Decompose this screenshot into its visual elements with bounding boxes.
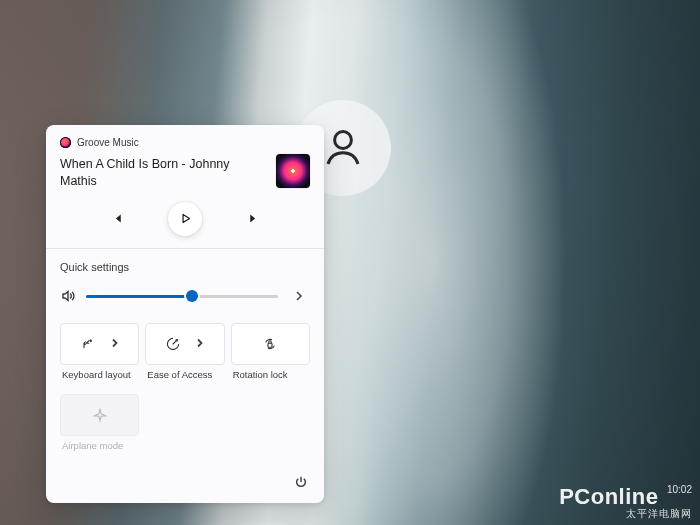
play-icon bbox=[179, 212, 192, 225]
power-button[interactable] bbox=[288, 469, 314, 495]
tile-rotation-lock[interactable] bbox=[231, 323, 310, 365]
volume-row bbox=[60, 285, 310, 307]
volume-thumb[interactable] bbox=[186, 290, 198, 302]
media-controls bbox=[60, 202, 310, 236]
media-track-title: When A Child Is Born - Johnny Mathis bbox=[60, 154, 268, 190]
quick-tile-labels-row2: Airplane mode bbox=[60, 440, 310, 451]
groove-music-icon bbox=[60, 137, 71, 148]
next-icon bbox=[247, 212, 260, 225]
tile-label-ease-of-access: Ease of Access bbox=[145, 369, 224, 380]
user-icon bbox=[319, 124, 367, 172]
speaker-icon[interactable] bbox=[60, 288, 76, 304]
volume-slider[interactable] bbox=[86, 289, 278, 303]
airplane-icon bbox=[92, 407, 108, 423]
keyboard-layout-icon bbox=[80, 336, 96, 352]
chevron-right-icon bbox=[195, 336, 205, 351]
tile-label-rotation-lock: Rotation lock bbox=[231, 369, 310, 380]
watermark-subtitle: 太平洋电脑网 bbox=[559, 509, 692, 520]
chevron-right-icon bbox=[110, 336, 120, 351]
album-art[interactable] bbox=[276, 154, 310, 188]
tile-label-keyboard-layout: Keyboard layout bbox=[60, 369, 139, 380]
chevron-right-icon bbox=[293, 290, 305, 302]
flyout-panel: Groove Music When A Child Is Born - John… bbox=[46, 125, 324, 503]
quick-tiles-row2 bbox=[60, 394, 310, 436]
svg-point-0 bbox=[335, 132, 352, 149]
tile-label-airplane-mode: Airplane mode bbox=[60, 440, 139, 451]
quick-settings-section: Quick settings bbox=[46, 248, 324, 463]
tile-airplane-mode[interactable] bbox=[60, 394, 139, 436]
power-icon bbox=[294, 475, 308, 489]
tile-keyboard-layout[interactable] bbox=[60, 323, 139, 365]
watermark-brand: PConline bbox=[559, 485, 658, 508]
media-header: Groove Music bbox=[60, 137, 310, 148]
quick-tile-labels-row1: Keyboard layout Ease of Access Rotation … bbox=[60, 369, 310, 380]
previous-icon bbox=[111, 212, 124, 225]
tile-ease-of-access[interactable] bbox=[145, 323, 224, 365]
quick-tiles-row1 bbox=[60, 323, 310, 365]
volume-expand-button[interactable] bbox=[288, 285, 310, 307]
svg-rect-1 bbox=[268, 343, 272, 347]
panel-footer bbox=[46, 463, 324, 503]
ease-of-access-icon bbox=[165, 336, 181, 352]
watermark: PConline 10:02 太平洋电脑网 bbox=[559, 485, 692, 519]
media-app-name: Groove Music bbox=[77, 137, 139, 148]
previous-track-button[interactable] bbox=[102, 204, 132, 234]
quick-settings-title: Quick settings bbox=[60, 261, 310, 273]
rotation-lock-icon bbox=[262, 336, 278, 352]
next-track-button[interactable] bbox=[238, 204, 268, 234]
volume-fill bbox=[86, 295, 192, 298]
play-button[interactable] bbox=[168, 202, 202, 236]
watermark-time: 10:02 bbox=[667, 485, 692, 496]
media-section: Groove Music When A Child Is Born - John… bbox=[46, 125, 324, 248]
